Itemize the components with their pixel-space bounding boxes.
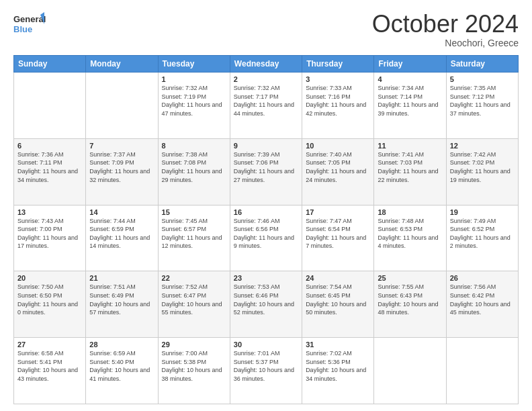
day-info: Sunrise: 7:47 AMSunset: 6:54 PMDaylight:… (306, 217, 370, 250)
calendar-cell: 23Sunrise: 7:53 AMSunset: 6:46 PMDayligh… (230, 271, 302, 338)
day-number: 16 (234, 208, 298, 216)
day-number: 3 (306, 75, 370, 83)
month-title: October 2024 (372, 12, 519, 36)
day-info: Sunrise: 7:50 AMSunset: 6:50 PMDaylight:… (17, 283, 82, 316)
day-number: 30 (234, 340, 298, 349)
title-block: October 2024 Neochori, Greece (372, 12, 519, 48)
calendar-cell: 12Sunrise: 7:42 AMSunset: 7:02 PMDayligh… (446, 138, 518, 205)
day-info: Sunrise: 7:00 AMSunset: 5:38 PMDaylight:… (162, 349, 226, 383)
page-header: General Blue October 2024 Neochori, Gree… (13, 12, 519, 48)
calendar-header-row: SundayMondayTuesdayWednesdayThursdayFrid… (14, 56, 519, 73)
logo: General Blue (13, 12, 47, 36)
day-number: 15 (162, 208, 226, 216)
day-number: 21 (89, 274, 154, 282)
day-number: 23 (234, 274, 298, 282)
calendar-cell: 25Sunrise: 7:55 AMSunset: 6:43 PMDayligh… (374, 271, 446, 338)
calendar-week-row: 20Sunrise: 7:50 AMSunset: 6:50 PMDayligh… (14, 271, 519, 338)
day-number: 26 (450, 274, 515, 282)
calendar-cell: 5Sunrise: 7:35 AMSunset: 7:12 PMDaylight… (446, 73, 518, 139)
day-info: Sunrise: 7:33 AMSunset: 7:16 PMDaylight:… (306, 84, 370, 118)
day-number: 25 (378, 274, 442, 282)
day-info: Sunrise: 7:37 AMSunset: 7:09 PMDaylight:… (89, 150, 154, 184)
day-number: 7 (89, 142, 154, 150)
calendar-cell: 29Sunrise: 7:00 AMSunset: 5:38 PMDayligh… (158, 338, 230, 404)
day-info: Sunrise: 7:49 AMSunset: 6:52 PMDaylight:… (450, 217, 515, 250)
calendar-cell: 18Sunrise: 7:48 AMSunset: 6:53 PMDayligh… (374, 205, 446, 271)
calendar-cell: 11Sunrise: 7:41 AMSunset: 7:03 PMDayligh… (374, 138, 446, 205)
day-number: 20 (17, 274, 82, 282)
svg-text:Blue: Blue (13, 24, 32, 34)
day-number: 8 (162, 142, 226, 150)
calendar-cell: 24Sunrise: 7:54 AMSunset: 6:45 PMDayligh… (302, 271, 374, 338)
day-info: Sunrise: 7:35 AMSunset: 7:12 PMDaylight:… (450, 84, 515, 118)
calendar-table: SundayMondayTuesdayWednesdayThursdayFrid… (13, 55, 519, 404)
day-info: Sunrise: 7:32 AMSunset: 7:19 PMDaylight:… (162, 84, 226, 118)
day-number: 14 (89, 208, 154, 216)
calendar-cell: 4Sunrise: 7:34 AMSunset: 7:14 PMDaylight… (374, 73, 446, 139)
calendar-cell: 1Sunrise: 7:32 AMSunset: 7:19 PMDaylight… (158, 73, 230, 139)
calendar-day-header: Saturday (446, 56, 518, 73)
day-info: Sunrise: 7:40 AMSunset: 7:05 PMDaylight:… (306, 150, 370, 184)
day-info: Sunrise: 7:48 AMSunset: 6:53 PMDaylight:… (378, 217, 442, 250)
day-number: 22 (162, 274, 226, 282)
calendar-cell (446, 338, 518, 404)
calendar-cell: 30Sunrise: 7:01 AMSunset: 5:37 PMDayligh… (230, 338, 302, 404)
calendar-week-row: 6Sunrise: 7:36 AMSunset: 7:11 PMDaylight… (14, 138, 519, 205)
day-number: 12 (450, 142, 515, 150)
calendar-cell: 31Sunrise: 7:02 AMSunset: 5:36 PMDayligh… (302, 338, 374, 404)
calendar-cell: 28Sunrise: 6:59 AMSunset: 5:40 PMDayligh… (86, 338, 158, 404)
calendar-cell (374, 338, 446, 404)
day-info: Sunrise: 6:58 AMSunset: 5:41 PMDaylight:… (17, 349, 82, 383)
calendar-day-header: Sunday (14, 56, 86, 73)
day-number: 4 (378, 75, 442, 83)
calendar-cell: 14Sunrise: 7:44 AMSunset: 6:59 PMDayligh… (86, 205, 158, 271)
day-info: Sunrise: 7:55 AMSunset: 6:43 PMDaylight:… (378, 283, 442, 316)
calendar-day-header: Friday (374, 56, 446, 73)
calendar-cell: 8Sunrise: 7:38 AMSunset: 7:08 PMDaylight… (158, 138, 230, 205)
day-number: 11 (378, 142, 442, 150)
calendar-week-row: 13Sunrise: 7:43 AMSunset: 7:00 PMDayligh… (14, 205, 519, 271)
day-number: 28 (89, 340, 154, 349)
calendar-cell: 21Sunrise: 7:51 AMSunset: 6:49 PMDayligh… (86, 271, 158, 338)
calendar-cell (14, 73, 86, 139)
day-number: 10 (306, 142, 370, 150)
day-info: Sunrise: 7:42 AMSunset: 7:02 PMDaylight:… (450, 150, 515, 184)
calendar-cell: 16Sunrise: 7:46 AMSunset: 6:56 PMDayligh… (230, 205, 302, 271)
day-info: Sunrise: 7:38 AMSunset: 7:08 PMDaylight:… (162, 150, 226, 184)
day-number: 17 (306, 208, 370, 216)
day-info: Sunrise: 7:01 AMSunset: 5:37 PMDaylight:… (234, 349, 298, 383)
calendar-cell: 2Sunrise: 7:32 AMSunset: 7:17 PMDaylight… (230, 73, 302, 139)
day-info: Sunrise: 7:02 AMSunset: 5:36 PMDaylight:… (306, 349, 370, 383)
day-number: 2 (234, 75, 298, 83)
calendar-day-header: Wednesday (230, 56, 302, 73)
day-info: Sunrise: 7:46 AMSunset: 6:56 PMDaylight:… (234, 217, 298, 250)
day-number: 27 (17, 340, 82, 349)
calendar-cell: 26Sunrise: 7:56 AMSunset: 6:42 PMDayligh… (446, 271, 518, 338)
day-number: 24 (306, 274, 370, 282)
day-info: Sunrise: 7:39 AMSunset: 7:06 PMDaylight:… (234, 150, 298, 184)
day-info: Sunrise: 7:56 AMSunset: 6:42 PMDaylight:… (450, 283, 515, 316)
day-number: 5 (450, 75, 515, 83)
calendar-cell: 10Sunrise: 7:40 AMSunset: 7:05 PMDayligh… (302, 138, 374, 205)
day-number: 29 (162, 340, 226, 349)
day-info: Sunrise: 7:44 AMSunset: 6:59 PMDaylight:… (89, 217, 154, 250)
calendar-cell: 22Sunrise: 7:52 AMSunset: 6:47 PMDayligh… (158, 271, 230, 338)
day-info: Sunrise: 7:34 AMSunset: 7:14 PMDaylight:… (378, 84, 442, 118)
day-number: 6 (17, 142, 82, 150)
calendar-cell: 15Sunrise: 7:45 AMSunset: 6:57 PMDayligh… (158, 205, 230, 271)
calendar-cell: 13Sunrise: 7:43 AMSunset: 7:00 PMDayligh… (14, 205, 86, 271)
day-info: Sunrise: 7:41 AMSunset: 7:03 PMDaylight:… (378, 150, 442, 184)
day-number: 9 (234, 142, 298, 150)
day-info: Sunrise: 7:43 AMSunset: 7:00 PMDaylight:… (17, 217, 82, 250)
calendar-cell: 27Sunrise: 6:58 AMSunset: 5:41 PMDayligh… (14, 338, 86, 404)
calendar-cell: 19Sunrise: 7:49 AMSunset: 6:52 PMDayligh… (446, 205, 518, 271)
calendar-cell: 7Sunrise: 7:37 AMSunset: 7:09 PMDaylight… (86, 138, 158, 205)
location: Neochori, Greece (372, 38, 519, 48)
day-number: 31 (306, 340, 370, 349)
calendar-week-row: 27Sunrise: 6:58 AMSunset: 5:41 PMDayligh… (14, 338, 519, 404)
day-number: 1 (162, 75, 226, 83)
day-number: 18 (378, 208, 442, 216)
day-info: Sunrise: 7:52 AMSunset: 6:47 PMDaylight:… (162, 283, 226, 316)
calendar-day-header: Thursday (302, 56, 374, 73)
calendar-week-row: 1Sunrise: 7:32 AMSunset: 7:19 PMDaylight… (14, 73, 519, 139)
